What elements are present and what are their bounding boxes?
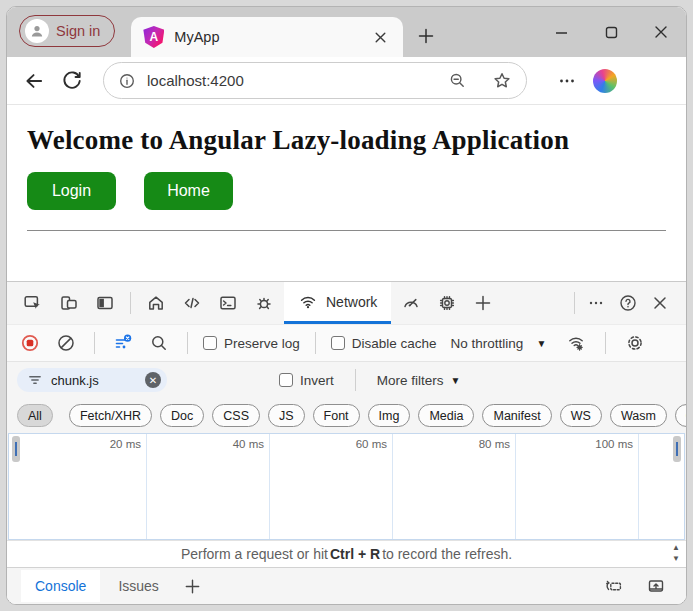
devtools-more-menu-icon[interactable]	[580, 287, 612, 319]
type-filter-fetch-xhr[interactable]: Fetch/XHR	[69, 404, 152, 427]
type-filter-js[interactable]: JS	[268, 404, 305, 427]
tab-network-label: Network	[326, 294, 377, 310]
divider	[315, 332, 316, 354]
clear-filter-icon[interactable]: ✕	[145, 372, 161, 388]
close-window-icon[interactable]	[636, 7, 686, 57]
inspect-icon[interactable]	[17, 287, 49, 319]
network-toolbar: Preserve log Disable cache No throttling…	[7, 324, 686, 362]
navigation-bar: localhost:4200	[7, 57, 686, 105]
address-bar[interactable]: localhost:4200	[103, 62, 527, 99]
network-conditions-icon[interactable]	[562, 327, 590, 359]
drawer-tab-issues[interactable]: Issues	[104, 570, 172, 602]
new-tab-plus-icon[interactable]	[417, 27, 435, 45]
invert-label: Invert	[300, 373, 334, 388]
home-welcome-icon[interactable]	[140, 287, 172, 319]
tab-network[interactable]: Network	[284, 282, 391, 324]
browser-tab[interactable]: A MyApp	[131, 17, 403, 57]
type-filter-wasm[interactable]: Wasm	[610, 404, 667, 427]
timeline-left-handle[interactable]	[12, 436, 20, 462]
login-button[interactable]: Login	[27, 172, 116, 210]
performance-gauge-icon[interactable]	[395, 287, 427, 319]
checkbox-icon[interactable]	[331, 336, 345, 350]
timeline-tick: 80 ms	[479, 438, 510, 450]
filter-active-icon[interactable]	[110, 327, 136, 359]
home-button[interactable]: Home	[144, 172, 233, 210]
filter-value[interactable]: chunk.js	[51, 373, 137, 388]
help-icon[interactable]	[612, 287, 644, 319]
record-stop-icon[interactable]	[17, 327, 43, 359]
timeline-cell: 100 ms	[516, 434, 639, 539]
page-title: Welcome to Angular Lazy-loading Applicat…	[27, 125, 666, 156]
network-timeline-overview[interactable]: 20 ms 40 ms 60 ms 80 ms 100 ms	[8, 433, 685, 540]
memory-chip-icon[interactable]	[431, 287, 463, 319]
type-filter-doc[interactable]: Doc	[160, 404, 204, 427]
dock-side-icon[interactable]	[89, 287, 121, 319]
divider	[574, 292, 575, 314]
url-text[interactable]: localhost:4200	[147, 72, 437, 89]
signin-label: Sign in	[56, 23, 100, 39]
timeline-cell: 40 ms	[147, 434, 270, 539]
site-info-icon[interactable]	[118, 72, 136, 90]
disable-cache-checkbox[interactable]: Disable cache	[331, 336, 437, 351]
divider	[94, 332, 95, 354]
type-filter-img[interactable]: Img	[368, 404, 411, 427]
checkbox-icon[interactable]	[203, 336, 217, 350]
window-controls	[536, 7, 686, 57]
network-filter-row: chunk.js ✕ Invert More filters ▼	[7, 362, 686, 398]
type-filter-ws[interactable]: WS	[560, 404, 602, 427]
elements-code-icon[interactable]	[176, 287, 208, 319]
type-filter-other[interactable]: Other	[675, 404, 687, 427]
type-filter-font[interactable]: Font	[313, 404, 360, 427]
maximize-icon[interactable]	[586, 7, 636, 57]
angular-logo-icon: A	[143, 26, 164, 48]
checkbox-icon[interactable]	[279, 373, 293, 387]
refresh-frame-icon[interactable]	[598, 570, 630, 602]
debugger-bug-icon[interactable]	[248, 287, 280, 319]
console-panel-icon[interactable]	[212, 287, 244, 319]
timeline-tick: 60 ms	[356, 438, 387, 450]
filter-lines-icon	[27, 372, 43, 388]
expand-panel-icon[interactable]	[640, 570, 672, 602]
refresh-icon[interactable]	[61, 70, 83, 92]
divider	[130, 292, 131, 314]
divider	[355, 369, 356, 391]
drawer-tab-console[interactable]: Console	[21, 570, 100, 602]
browser-window: Sign in A MyApp	[6, 6, 687, 605]
back-arrow-icon[interactable]	[23, 70, 45, 92]
tab-close-icon[interactable]	[369, 21, 391, 53]
more-filters-label: More filters	[377, 373, 444, 388]
device-emulation-icon[interactable]	[53, 287, 85, 319]
devtools-panel: Network	[7, 281, 686, 604]
preserve-log-label: Preserve log	[224, 336, 300, 351]
clear-network-log-icon[interactable]	[53, 327, 79, 359]
search-icon[interactable]	[146, 327, 172, 359]
zoom-out-icon[interactable]	[448, 71, 467, 90]
invert-checkbox[interactable]: Invert	[279, 373, 334, 388]
more-filters-dropdown[interactable]: More filters ▼	[377, 373, 461, 388]
type-filter-all[interactable]: All	[17, 404, 53, 427]
minimize-icon[interactable]	[536, 7, 586, 57]
favorites-star-icon[interactable]	[492, 71, 512, 91]
signin-button[interactable]: Sign in	[19, 15, 115, 47]
throttling-dropdown[interactable]: No throttling ▼	[451, 336, 547, 351]
timeline-tick: 100 ms	[595, 438, 633, 450]
close-devtools-icon[interactable]	[644, 287, 676, 319]
request-type-filters: All Fetch/XHR Doc CSS JS Font Img Media …	[7, 398, 686, 433]
message-shortcut: Ctrl + R	[330, 546, 380, 562]
add-drawer-tab-plus-icon[interactable]	[177, 570, 209, 602]
type-filter-css[interactable]: CSS	[212, 404, 260, 427]
timeline-right-handle[interactable]	[673, 436, 681, 462]
scroll-down-icon[interactable]: ▼	[672, 553, 680, 564]
more-options-icon[interactable]	[557, 71, 577, 91]
divider	[187, 332, 188, 354]
preserve-log-checkbox[interactable]: Preserve log	[203, 336, 300, 351]
type-filter-manifest[interactable]: Manifest	[482, 404, 551, 427]
type-filter-media[interactable]: Media	[418, 404, 474, 427]
message-suffix: to record the refresh.	[382, 546, 512, 562]
more-tabs-plus-icon[interactable]	[467, 287, 499, 319]
scroll-arrows[interactable]: ▲ ▼	[672, 542, 680, 564]
copilot-icon[interactable]	[593, 69, 617, 93]
settings-gear-icon[interactable]	[621, 327, 649, 359]
filter-input[interactable]: chunk.js ✕	[17, 368, 167, 392]
scroll-up-icon[interactable]: ▲	[672, 542, 680, 553]
